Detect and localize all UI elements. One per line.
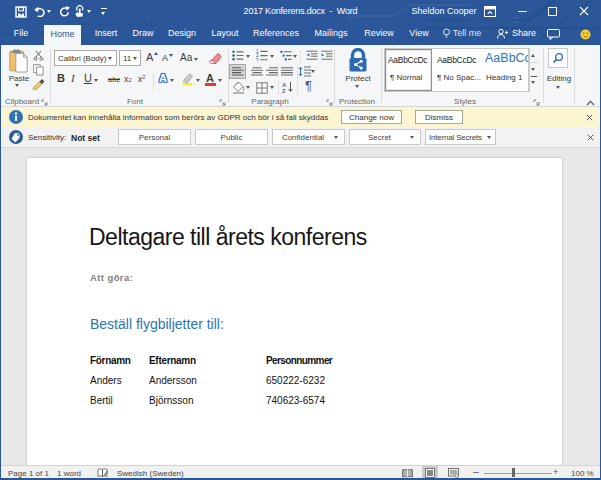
svg-text:Z: Z bbox=[282, 88, 286, 94]
svg-text:A: A bbox=[282, 82, 287, 88]
svg-text:3: 3 bbox=[256, 58, 259, 62]
